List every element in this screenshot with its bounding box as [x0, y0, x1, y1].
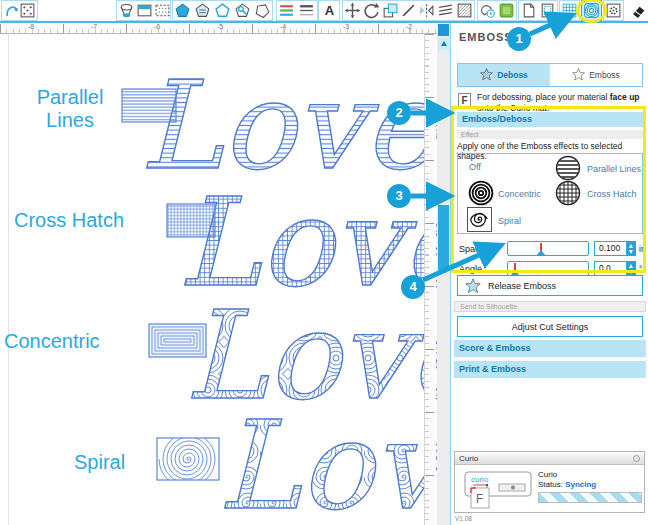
flick-tool-icon[interactable]: [3, 2, 20, 19]
curio-panel-header[interactable]: Curio: [455, 452, 644, 465]
ruler-number: -4: [276, 23, 290, 30]
spacing-spinner[interactable]: [627, 241, 636, 256]
deboss-emboss-tabs: Deboss Emboss: [457, 63, 643, 87]
frame-icon[interactable]: [539, 2, 556, 19]
spiral-swatch[interactable]: [157, 433, 219, 487]
scroll-button-top[interactable]: [438, 24, 449, 36]
sync-progress-bar: [538, 492, 642, 503]
highlight-icon[interactable]: [498, 2, 515, 19]
angle-spinner[interactable]: [627, 261, 636, 276]
ruler-number: -5: [213, 23, 227, 30]
pentagon-zoom-icon[interactable]: [234, 2, 251, 19]
ruler-number: -8: [24, 23, 38, 30]
tab-deboss[interactable]: Deboss: [458, 64, 550, 86]
dotted-panel-icon[interactable]: [154, 2, 171, 19]
move-icon[interactable]: [344, 2, 361, 19]
release-emboss-label: Release Emboss: [488, 281, 556, 291]
stamp-icon[interactable]: [479, 2, 496, 19]
f-info-icon: F: [458, 93, 471, 108]
effect-option-spiral-label[interactable]: Spiral: [498, 216, 521, 226]
pentagon-tilt-icon[interactable]: [254, 2, 271, 19]
section-print-emboss[interactable]: Print & Emboss: [454, 361, 646, 378]
label-cross-hatch: Cross Hatch: [14, 209, 124, 232]
top-toolbar: A: [0, 0, 648, 21]
panel-window-icon[interactable]: [136, 2, 153, 19]
callout-step-3: 3: [387, 184, 411, 208]
effect-label: Effect: [457, 130, 643, 139]
svg-text:F: F: [476, 492, 483, 506]
callout-step-2: 2: [387, 101, 411, 125]
spacing-unit: in: [639, 244, 646, 254]
angle-value-input[interactable]: 0.0: [594, 261, 627, 276]
pixscan-icon[interactable]: [19, 2, 36, 19]
effect-options-box: Off Parallel Lines Concentric Cross Hatc…: [457, 153, 643, 234]
tab-emboss[interactable]: Emboss: [550, 64, 642, 86]
deboss-info-text: For debossing, place your material face …: [477, 92, 641, 114]
label-spiral: Spiral: [74, 451, 125, 474]
adjust-cut-settings-button[interactable]: Adjust Cut Settings: [457, 316, 643, 337]
vertical-scrollbar[interactable]: [437, 23, 450, 525]
spacing-label: Spacing: [459, 244, 492, 254]
spiral-effect-icon-selected[interactable]: [467, 207, 492, 232]
toolbar-divider: [0, 21, 648, 23]
emboss-panel: EMBOSS Deboss Emboss F For debossing, pl…: [450, 23, 648, 525]
effect-option-off[interactable]: Off: [469, 162, 481, 172]
emboss-icon[interactable]: [583, 2, 600, 19]
pentagon-shadow-icon[interactable]: [194, 2, 211, 19]
fill-pattern-icon[interactable]: [456, 2, 473, 19]
line-color-icon[interactable]: [278, 2, 295, 19]
spacing-value-input[interactable]: 0.100: [594, 241, 627, 256]
send-to-silhouette-bar[interactable]: Send to Silhouette: [454, 301, 646, 312]
text-tool-icon[interactable]: A: [321, 2, 338, 19]
curio-header-icon[interactable]: [633, 455, 640, 462]
tab-emboss-label: Emboss: [589, 70, 620, 80]
page-fold-icon[interactable]: [520, 2, 537, 19]
cross-hatch-effect-icon[interactable]: [555, 180, 581, 206]
scale-icon[interactable]: [382, 2, 399, 19]
effect-option-cross-label[interactable]: Cross Hatch: [587, 189, 637, 199]
section-score-emboss[interactable]: Score & Emboss: [454, 340, 646, 357]
grid-icon[interactable]: [561, 2, 578, 19]
shear-icon[interactable]: [437, 2, 454, 19]
callout-step-4: 4: [401, 275, 425, 299]
section-emboss-deboss[interactable]: Emboss/Deboss: [457, 112, 643, 127]
love-word-spiral[interactable]: Love: [218, 395, 437, 525]
mirror-icon[interactable]: [418, 2, 435, 19]
concentric-swatch[interactable]: [149, 324, 206, 357]
panel-title: EMBOSS: [459, 31, 513, 43]
horizontal-ruler: -8 -7 -6 -5 -4 -3 -2: [0, 23, 437, 34]
draw-line-icon[interactable]: [400, 2, 417, 19]
adjust-cut-settings-label: Adjust Cut Settings: [512, 322, 589, 332]
ruler-number: -2: [402, 23, 416, 30]
silhouette-studio-window: { "toolbar": { "text_tool_label": "A", "…: [0, 0, 648, 525]
concentric-effect-icon[interactable]: [468, 180, 494, 206]
scrollbar-thumb[interactable]: [438, 205, 449, 270]
emboss-star-icon: [572, 68, 585, 83]
effect-option-parallel-label[interactable]: Parallel Lines: [587, 164, 641, 174]
shape-eraser-icon[interactable]: [118, 2, 135, 19]
angle-label: Angle: [459, 264, 482, 274]
pentagon-outline-icon[interactable]: [214, 2, 231, 19]
angle-slider[interactable]: [507, 261, 589, 276]
pentagon-filled-icon[interactable]: [174, 2, 191, 19]
effect-option-concentric-label[interactable]: Concentric: [498, 189, 541, 199]
curio-device-panel: Curio curio F Curio Status: Syncing: [454, 451, 645, 513]
release-emboss-icon: [465, 278, 481, 296]
svg-text:curio: curio: [471, 475, 489, 484]
rotate-icon[interactable]: [363, 2, 380, 19]
label-concentric: Concentric: [4, 330, 100, 353]
scroll-up-icon[interactable]: [438, 38, 449, 50]
cross-hatch-swatch[interactable]: [167, 204, 215, 237]
eraser-icon[interactable]: [630, 2, 647, 19]
spacing-slider[interactable]: [507, 241, 589, 256]
parallel-lines-swatch[interactable]: [122, 89, 176, 122]
angle-unit: °: [639, 264, 642, 274]
ruler-number: -3: [339, 23, 353, 30]
parallel-lines-effect-icon[interactable]: [555, 155, 581, 181]
version-label: V1.08: [455, 515, 472, 522]
line-style-icon[interactable]: [298, 2, 315, 19]
release-emboss-button[interactable]: Release Emboss: [457, 275, 643, 296]
curio-device-image: curio F: [461, 468, 539, 510]
tab-deboss-label: Deboss: [497, 70, 528, 80]
stipple-icon[interactable]: [605, 2, 622, 19]
